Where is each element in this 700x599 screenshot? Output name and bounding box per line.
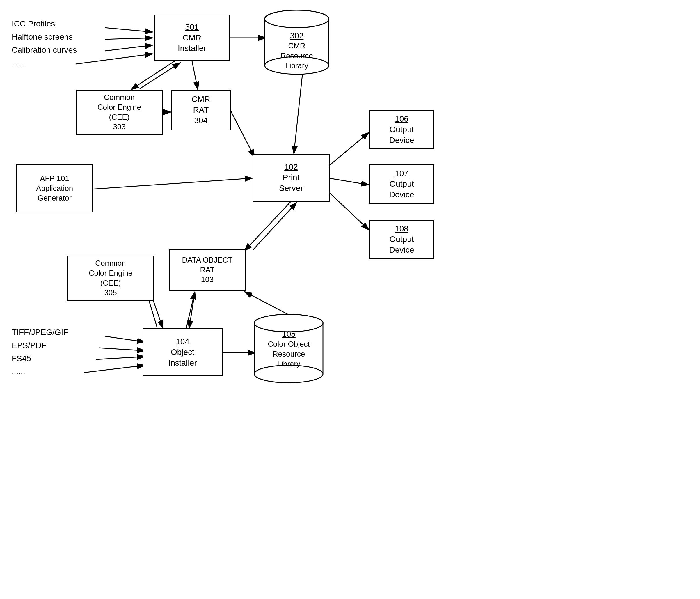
- svg-line-21: [186, 292, 195, 328]
- svg-line-16: [329, 192, 369, 230]
- svg-line-25: [105, 336, 145, 342]
- cmr-library-cylinder: 302 CMRResourceLibrary: [262, 9, 332, 76]
- cee-top-label: CommonColor Engine(CEE): [97, 93, 141, 122]
- svg-line-13: [92, 178, 253, 189]
- diagram: ICC Profiles Halftone screens Calibratio…: [0, 0, 700, 599]
- cee-bottom-num: 305: [104, 288, 117, 298]
- obj-installer-num: 104: [176, 336, 190, 347]
- print-server-num: 102: [284, 162, 298, 172]
- input-list-bottom: TIFF/JPEG/GIF EPS/PDF FS45 ......: [11, 326, 68, 378]
- cee-bottom-label: CommonColor Engine(CEE): [89, 259, 132, 288]
- output-106-label: OutputDevice: [389, 124, 414, 146]
- afp-gen-box: AFP 101ApplicationGenerator: [16, 164, 93, 213]
- svg-line-3: [105, 38, 153, 39]
- svg-line-15: [329, 178, 369, 185]
- cee-top-num: 303: [113, 122, 125, 132]
- output-108-label: OutputDevice: [389, 234, 414, 255]
- output-106-box: 106 OutputDevice: [369, 110, 434, 149]
- color-obj-lib-cylinder: 105 Color ObjectResourceLibrary: [252, 313, 326, 384]
- svg-line-12: [294, 73, 303, 154]
- input-list-top: ICC Profiles Halftone screens Calibratio…: [11, 18, 77, 70]
- data-obj-rat-label: DATA OBJECTRAT: [182, 255, 233, 275]
- cmr-rat-label: CMRRAT: [192, 94, 210, 115]
- obj-installer-label: ObjectInstaller: [168, 347, 197, 368]
- output-106-num: 106: [395, 114, 408, 124]
- data-obj-rat-num: 103: [201, 275, 214, 285]
- afp-gen-label: AFP 101ApplicationGenerator: [36, 174, 73, 203]
- svg-line-7: [131, 61, 175, 90]
- output-108-num: 108: [395, 223, 408, 234]
- svg-line-28: [84, 365, 145, 373]
- cmr-library-label: CMRResourceLibrary: [280, 41, 313, 70]
- output-107-label: OutputDevice: [389, 179, 414, 200]
- svg-line-17: [244, 201, 291, 251]
- obj-installer-box: 104 ObjectInstaller: [143, 328, 223, 376]
- print-server-box: 102 PrintServer: [253, 154, 330, 202]
- svg-line-14: [329, 133, 369, 166]
- color-obj-lib-num: 105: [282, 330, 296, 338]
- output-107-box: 107 OutputDevice: [369, 164, 434, 204]
- cmr-rat-num: 304: [194, 115, 208, 126]
- svg-point-32: [265, 10, 329, 28]
- svg-line-26: [99, 348, 145, 351]
- data-obj-rat-box: DATA OBJECTRAT 103: [169, 249, 246, 291]
- cee-top-box: CommonColor Engine(CEE) 303: [76, 90, 163, 135]
- svg-line-11: [230, 109, 255, 157]
- color-obj-lib-label: Color ObjectResourceLibrary: [268, 340, 310, 368]
- svg-line-8: [140, 63, 180, 89]
- cmr-library-num: 302: [290, 31, 304, 40]
- svg-line-9: [192, 61, 198, 90]
- svg-line-22: [189, 292, 195, 328]
- print-server-label: PrintServer: [279, 172, 303, 194]
- cmr-installer-label: CMRInstaller: [178, 32, 206, 54]
- svg-line-18: [253, 202, 297, 250]
- cmr-rat-box: CMRRAT 304: [171, 90, 231, 130]
- output-108-box: 108 OutputDevice: [369, 220, 434, 259]
- svg-line-5: [76, 54, 153, 64]
- svg-line-4: [105, 45, 153, 51]
- svg-line-2: [105, 28, 153, 32]
- cmr-installer-box: 301 CMRInstaller: [154, 15, 230, 61]
- cee-bottom-box: CommonColor Engine(CEE) 305: [67, 256, 154, 301]
- svg-line-27: [96, 357, 145, 359]
- cmr-installer-num: 301: [185, 22, 199, 32]
- output-107-num: 107: [395, 168, 408, 179]
